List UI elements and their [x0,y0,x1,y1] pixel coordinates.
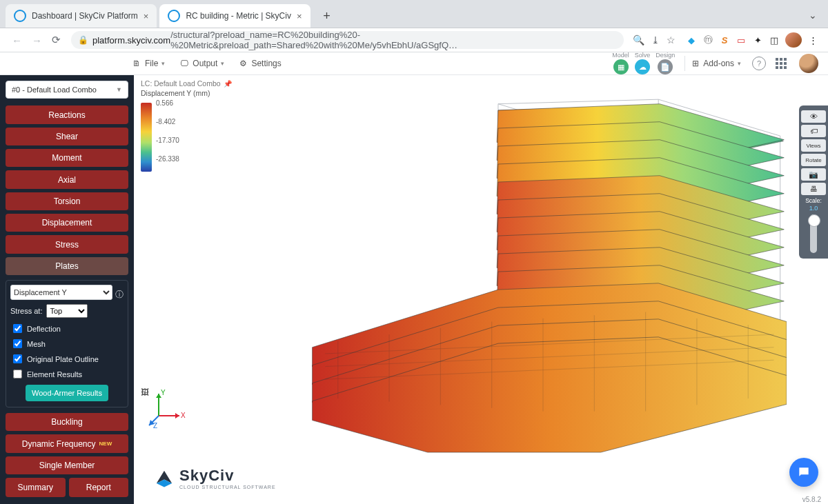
tab-overflow-icon[interactable]: ⌄ [803,7,822,23]
chevron-down-icon: ▼ [116,86,122,93]
svg-marker-18 [175,413,179,419]
close-icon[interactable]: × [297,11,302,21]
output-menu[interactable]: 🖵 Output ▾ [180,59,224,68]
result-type-select[interactable]: Displacement Y [10,285,112,300]
outline-label: Original Plate Outline [27,355,99,363]
url-path: /structural?preload_name=RC%20building%2… [170,30,617,50]
buckling-button[interactable]: Buckling [6,413,128,431]
deflection-checkbox[interactable] [13,324,22,333]
3d-viewport[interactable]: LC: Default Load Combo📌 Displacement Y (… [134,75,828,504]
mode-design[interactable]: Design 📄 [656,52,675,74]
visibility-button[interactable]: 👁 [801,110,826,123]
stress-at-select[interactable]: Top [46,304,88,318]
side-panel-icon[interactable]: ◫ [766,35,782,46]
lock-icon: 🔒 [78,35,88,45]
settings-label: Settings [251,59,281,68]
mesh-label: Mesh [27,340,46,348]
pin-icon[interactable]: 📌 [224,80,232,88]
install-icon[interactable]: ⤓ [648,34,663,46]
report-button[interactable]: Report [69,478,129,497]
mesh-checkbox[interactable] [13,339,22,348]
favicon-icon [168,10,180,22]
browser-tab-strip: Dashboard | SkyCiv Platform × RC buildin… [0,0,828,28]
back-icon[interactable]: ← [7,34,27,46]
gear-icon: ⚙ [239,59,247,68]
info-icon[interactable]: ⓘ [115,289,124,301]
svg-text:Y: Y [161,389,166,396]
legend-ticks: 0.566 -8.402 -17.370 -26.338 [156,100,179,174]
rotate-button[interactable]: Rotate [801,154,826,166]
wood-armer-button[interactable]: Wood-Armer Results [26,385,108,401]
views-button[interactable]: Views [801,139,826,152]
ext-icon[interactable]: ⓜ [700,34,716,46]
search-icon[interactable]: 🔍 [629,34,648,46]
solve-icon: ☁ [635,59,650,74]
version-label: v5.8.2 [802,496,821,503]
axial-button[interactable]: Axial [6,170,128,188]
print-button[interactable]: 🖶 [801,183,826,195]
labels-button[interactable]: 🏷 [801,125,826,137]
scale-label: Scale: [801,197,826,204]
load-combo-value: #0 - Default Load Combo [12,85,97,94]
axis-triad: X Y Z [145,388,186,432]
scale-slider[interactable] [810,214,817,253]
camera-button[interactable]: 📷 [801,168,826,181]
single-member-button[interactable]: Single Member [6,456,128,474]
addons-label: Add-ons [703,59,734,68]
legend-metric: Displacement Y (mm) [141,89,232,97]
file-menu[interactable]: 🗎 File ▾ [132,59,165,68]
help-icon[interactable]: ? [752,57,766,70]
address-field[interactable]: 🔒 platform.skyciv.com/structural?preload… [71,31,624,49]
stress-button[interactable]: Stress [6,235,128,253]
legend-lc: LC: Default Load Combo [141,79,221,88]
mode-model[interactable]: Model ▦ [612,52,629,74]
browser-tab[interactable]: Dashboard | SkyCiv Platform × [6,4,157,28]
url-host: platform.skyciv.com [92,35,170,46]
menu-icon[interactable]: ⋮ [805,35,821,46]
shear-button[interactable]: Shear [6,128,128,145]
extensions: ◆ ⓜ S ▭ ✦ ◫ ⋮ [679,32,821,48]
displacement-button[interactable]: Displacement [6,214,128,232]
scale-value: 1.0 [801,205,826,212]
summary-button[interactable]: Summary [6,478,66,497]
element-results-checkbox[interactable] [13,370,22,379]
torsion-button[interactable]: Torsion [6,192,128,210]
browser-tab[interactable]: RC building - Metric | SkyCiv × [159,4,310,28]
file-icon: 🗎 [132,59,141,68]
forward-icon[interactable]: → [27,34,47,46]
svg-text:Z: Z [153,422,157,430]
favicon-icon [14,10,26,22]
plates-button[interactable]: Plates [6,257,128,275]
reload-icon[interactable]: ⟳ [47,34,66,46]
dynamic-frequency-button[interactable]: Dynamic Frequency NEW [6,434,128,452]
apps-icon[interactable] [776,58,787,69]
caret-icon: ▾ [161,60,165,67]
user-avatar[interactable] [799,54,818,73]
stress-at-label: Stress at: [10,307,42,315]
settings-menu[interactable]: ⚙ Settings [239,59,281,68]
tab-title: RC building - Metric | SkyCiv [186,11,290,21]
reactions-button[interactable]: Reactions [6,105,128,123]
new-badge: NEW [99,441,112,447]
addons-menu[interactable]: ⊞ Add-ons ▾ [692,59,741,68]
extensions-icon[interactable]: ✦ [749,35,766,46]
bookmark-icon[interactable]: ☆ [663,34,679,46]
ext-icon[interactable]: ▭ [733,35,749,46]
ext-icon[interactable]: S [716,35,733,46]
new-tab-button[interactable]: + [317,6,337,26]
ext-icon[interactable]: ◆ [683,35,700,46]
close-icon[interactable]: × [144,11,149,21]
outline-checkbox[interactable] [13,354,22,363]
model-render [299,82,787,472]
deflection-label: Deflection [27,325,61,333]
mode-solve[interactable]: Solve ☁ [635,52,651,74]
chat-button[interactable] [789,458,818,487]
caret-icon: ▾ [221,60,224,67]
results-sidebar: #0 - Default Load Combo ▼ Reactions Shea… [0,75,134,504]
skyciv-logo: SkyCiv CLOUD STRUCTURAL SOFTWARE [155,467,276,490]
load-combo-select[interactable]: #0 - Default Load Combo ▼ [6,81,128,99]
element-results-label: Element Results [27,370,82,379]
moment-button[interactable]: Moment [6,149,128,167]
profile-avatar[interactable] [785,32,802,48]
plate-results-panel: Displacement Y ⓘ Stress at: Top Deflecti… [6,280,128,407]
